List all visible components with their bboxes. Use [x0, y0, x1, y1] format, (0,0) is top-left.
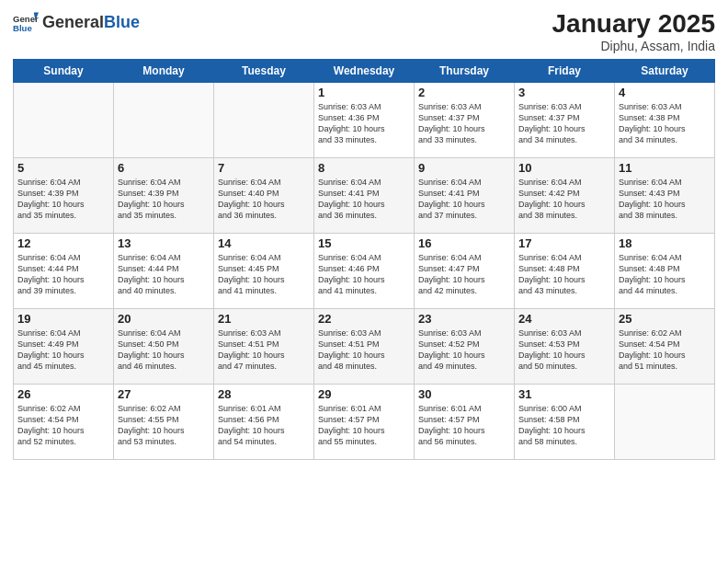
col-wednesday: Wednesday — [314, 60, 415, 83]
day-info: Sunrise: 6:04 AM Sunset: 4:44 PM Dayligh… — [17, 252, 109, 297]
calendar-cell: 20Sunrise: 6:04 AM Sunset: 4:50 PM Dayli… — [114, 309, 214, 385]
calendar-week-2: 5Sunrise: 6:04 AM Sunset: 4:39 PM Daylig… — [14, 158, 715, 234]
calendar-cell: 31Sunrise: 6:00 AM Sunset: 4:58 PM Dayli… — [515, 385, 615, 460]
location: Diphu, Assam, India — [552, 39, 715, 53]
day-number: 28 — [218, 387, 310, 401]
day-info: Sunrise: 6:03 AM Sunset: 4:37 PM Dayligh… — [518, 101, 610, 146]
month-title: January 2025 — [552, 9, 715, 39]
day-info: Sunrise: 6:04 AM Sunset: 4:49 PM Dayligh… — [17, 327, 109, 373]
calendar-cell: 29Sunrise: 6:01 AM Sunset: 4:57 PM Dayli… — [314, 385, 415, 460]
calendar-cell: 4Sunrise: 6:03 AM Sunset: 4:38 PM Daylig… — [615, 83, 715, 158]
day-info: Sunrise: 6:03 AM Sunset: 4:38 PM Dayligh… — [619, 101, 711, 146]
day-number: 30 — [418, 387, 510, 401]
calendar-cell: 6Sunrise: 6:04 AM Sunset: 4:39 PM Daylig… — [114, 158, 214, 234]
day-number: 24 — [518, 312, 610, 326]
day-number: 12 — [17, 236, 109, 250]
day-info: Sunrise: 6:01 AM Sunset: 4:57 PM Dayligh… — [418, 403, 510, 448]
day-info: Sunrise: 6:01 AM Sunset: 4:56 PM Dayligh… — [218, 403, 310, 448]
calendar-cell: 5Sunrise: 6:04 AM Sunset: 4:39 PM Daylig… — [14, 158, 114, 234]
day-info: Sunrise: 6:04 AM Sunset: 4:48 PM Dayligh… — [619, 252, 711, 297]
day-info: Sunrise: 6:01 AM Sunset: 4:57 PM Dayligh… — [318, 403, 410, 448]
day-number: 4 — [619, 86, 711, 99]
day-info: Sunrise: 6:04 AM Sunset: 4:46 PM Dayligh… — [318, 252, 410, 297]
calendar-cell: 17Sunrise: 6:04 AM Sunset: 4:48 PM Dayli… — [515, 234, 615, 309]
logo-blue-text: Blue — [104, 13, 140, 32]
day-number: 23 — [418, 312, 510, 326]
calendar-cell: 1Sunrise: 6:03 AM Sunset: 4:36 PM Daylig… — [314, 83, 415, 158]
logo-general-text: General — [42, 13, 104, 32]
calendar-week-3: 12Sunrise: 6:04 AM Sunset: 4:44 PM Dayli… — [14, 234, 715, 309]
day-info: Sunrise: 6:00 AM Sunset: 4:58 PM Dayligh… — [518, 403, 610, 448]
calendar-cell: 30Sunrise: 6:01 AM Sunset: 4:57 PM Dayli… — [415, 385, 515, 460]
day-info: Sunrise: 6:04 AM Sunset: 4:50 PM Dayligh… — [118, 327, 210, 373]
calendar-cell: 26Sunrise: 6:02 AM Sunset: 4:54 PM Dayli… — [14, 385, 114, 460]
day-info: Sunrise: 6:04 AM Sunset: 4:44 PM Dayligh… — [118, 252, 210, 297]
day-info: Sunrise: 6:04 AM Sunset: 4:40 PM Dayligh… — [218, 177, 310, 222]
calendar-cell: 21Sunrise: 6:03 AM Sunset: 4:51 PM Dayli… — [214, 309, 314, 385]
header-row: Sunday Monday Tuesday Wednesday Thursday… — [14, 60, 715, 83]
day-info: Sunrise: 6:03 AM Sunset: 4:53 PM Dayligh… — [518, 327, 610, 373]
title-block: January 2025 Diphu, Assam, India — [552, 9, 715, 53]
day-number: 16 — [418, 236, 510, 250]
calendar-cell: 9Sunrise: 6:04 AM Sunset: 4:41 PM Daylig… — [415, 158, 515, 234]
day-info: Sunrise: 6:04 AM Sunset: 4:47 PM Dayligh… — [418, 252, 510, 297]
day-number: 2 — [418, 86, 510, 99]
day-info: Sunrise: 6:04 AM Sunset: 4:42 PM Dayligh… — [518, 177, 610, 222]
calendar-cell — [14, 83, 114, 158]
calendar-cell: 25Sunrise: 6:02 AM Sunset: 4:54 PM Dayli… — [615, 309, 715, 385]
col-thursday: Thursday — [415, 60, 515, 83]
day-info: Sunrise: 6:04 AM Sunset: 4:45 PM Dayligh… — [218, 252, 310, 297]
day-info: Sunrise: 6:04 AM Sunset: 4:41 PM Dayligh… — [418, 177, 510, 222]
day-number: 21 — [218, 312, 310, 326]
col-tuesday: Tuesday — [214, 60, 314, 83]
header: General Blue GeneralBlue January 2025 Di… — [13, 9, 715, 53]
calendar-cell — [214, 83, 314, 158]
calendar-cell: 13Sunrise: 6:04 AM Sunset: 4:44 PM Dayli… — [114, 234, 214, 309]
day-number: 6 — [118, 161, 210, 175]
day-info: Sunrise: 6:02 AM Sunset: 4:55 PM Dayligh… — [118, 403, 210, 448]
day-number: 1 — [318, 86, 410, 99]
calendar-week-4: 19Sunrise: 6:04 AM Sunset: 4:49 PM Dayli… — [14, 309, 715, 385]
calendar-cell: 23Sunrise: 6:03 AM Sunset: 4:52 PM Dayli… — [415, 309, 515, 385]
calendar-cell: 15Sunrise: 6:04 AM Sunset: 4:46 PM Dayli… — [314, 234, 415, 309]
calendar-cell: 11Sunrise: 6:04 AM Sunset: 4:43 PM Dayli… — [615, 158, 715, 234]
logo-icon: General Blue — [13, 9, 39, 35]
day-info: Sunrise: 6:03 AM Sunset: 4:51 PM Dayligh… — [218, 327, 310, 373]
day-number: 22 — [318, 312, 410, 326]
calendar-cell — [615, 385, 715, 460]
day-number: 18 — [619, 236, 711, 250]
calendar-cell: 3Sunrise: 6:03 AM Sunset: 4:37 PM Daylig… — [515, 83, 615, 158]
day-number: 17 — [518, 236, 610, 250]
day-number: 31 — [518, 387, 610, 401]
day-number: 26 — [17, 387, 109, 401]
calendar-cell: 16Sunrise: 6:04 AM Sunset: 4:47 PM Dayli… — [415, 234, 515, 309]
day-number: 3 — [518, 86, 610, 99]
day-number: 20 — [118, 312, 210, 326]
day-info: Sunrise: 6:03 AM Sunset: 4:36 PM Dayligh… — [318, 101, 410, 146]
day-number: 7 — [218, 161, 310, 175]
page-container: General Blue GeneralBlue January 2025 Di… — [0, 0, 728, 465]
day-info: Sunrise: 6:03 AM Sunset: 4:52 PM Dayligh… — [418, 327, 510, 373]
col-friday: Friday — [515, 60, 615, 83]
calendar-cell: 2Sunrise: 6:03 AM Sunset: 4:37 PM Daylig… — [415, 83, 515, 158]
day-info: Sunrise: 6:04 AM Sunset: 4:41 PM Dayligh… — [318, 177, 410, 222]
calendar-cell: 14Sunrise: 6:04 AM Sunset: 4:45 PM Dayli… — [214, 234, 314, 309]
calendar-week-1: 1Sunrise: 6:03 AM Sunset: 4:36 PM Daylig… — [14, 83, 715, 158]
calendar-cell: 28Sunrise: 6:01 AM Sunset: 4:56 PM Dayli… — [214, 385, 314, 460]
calendar-cell — [114, 83, 214, 158]
day-number: 11 — [619, 161, 711, 175]
calendar-cell: 24Sunrise: 6:03 AM Sunset: 4:53 PM Dayli… — [515, 309, 615, 385]
logo: General Blue GeneralBlue — [13, 9, 140, 35]
day-number: 29 — [318, 387, 410, 401]
day-number: 9 — [418, 161, 510, 175]
calendar-week-5: 26Sunrise: 6:02 AM Sunset: 4:54 PM Dayli… — [14, 385, 715, 460]
day-info: Sunrise: 6:04 AM Sunset: 4:39 PM Dayligh… — [118, 177, 210, 222]
day-info: Sunrise: 6:03 AM Sunset: 4:37 PM Dayligh… — [418, 101, 510, 146]
day-number: 10 — [518, 161, 610, 175]
day-number: 25 — [619, 312, 711, 326]
col-monday: Monday — [114, 60, 214, 83]
calendar-cell: 8Sunrise: 6:04 AM Sunset: 4:41 PM Daylig… — [314, 158, 415, 234]
day-info: Sunrise: 6:02 AM Sunset: 4:54 PM Dayligh… — [619, 327, 711, 373]
day-info: Sunrise: 6:04 AM Sunset: 4:39 PM Dayligh… — [17, 177, 109, 222]
calendar-cell: 7Sunrise: 6:04 AM Sunset: 4:40 PM Daylig… — [214, 158, 314, 234]
